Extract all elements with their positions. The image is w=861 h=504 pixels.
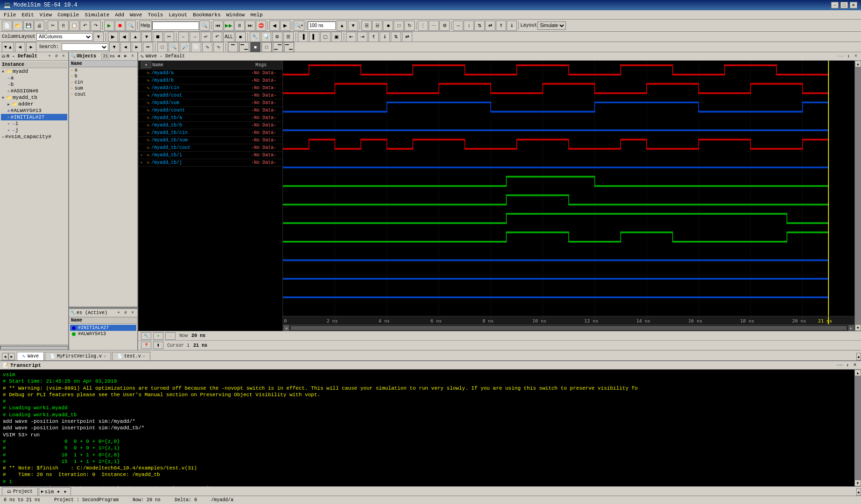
vscroll-up[interactable]: ▲ (855, 61, 861, 67)
sim-tab-right[interactable]: ► (62, 489, 69, 495)
search-prev[interactable]: ◄ (120, 42, 131, 52)
search-dropdown-btn[interactable]: ▼ (109, 42, 120, 52)
instance-settings-icon[interactable]: # (53, 53, 60, 60)
wave-expand-icon[interactable]: ⬆ (845, 53, 852, 60)
col-btn-10[interactable]: ↶ (212, 32, 222, 42)
col-layout-select[interactable]: AllColumns (36, 33, 92, 41)
wave-shape-1[interactable]: ▔ (228, 42, 238, 52)
obj-item-cin[interactable]: ➤ cin (69, 79, 137, 85)
tree-item-vsim[interactable]: # #vsim_capacity# (1, 133, 67, 140)
layout-btn[interactable]: ⋮ (418, 21, 428, 31)
wave-cursor-btn1[interactable]: 📍 (141, 342, 151, 349)
col-btn-24[interactable]: ⇓ (380, 32, 390, 42)
wave-vscrollbar[interactable]: ▲ ▼ (854, 61, 861, 331)
new-button[interactable]: 📄 (2, 21, 12, 31)
sig-row-tb-b[interactable]: ∿ /myadd_tb/b -No Data- (138, 122, 282, 129)
close-button[interactable]: ✕ (850, 2, 857, 8)
panel-collapse-btn[interactable]: ▲ (856, 353, 861, 360)
paste-button[interactable]: 📋 (69, 21, 79, 31)
col-btn-20[interactable]: ▣ (332, 32, 342, 42)
col-btn-13[interactable]: 🔧 (250, 32, 260, 42)
instance-close-icon[interactable]: × (60, 53, 67, 60)
zoom-in[interactable]: 🔍 (169, 42, 179, 52)
tab-nav-right[interactable]: ► (8, 353, 15, 360)
col-btn-21[interactable]: ⇤ (346, 32, 356, 42)
file1-close-btn[interactable]: × (104, 354, 106, 358)
wave-tb-5[interactable]: ⇑ (496, 21, 506, 31)
zoom-full[interactable]: ⬜ (191, 42, 201, 52)
col-layout-dropdown[interactable]: ▼ (93, 32, 104, 42)
wave-tb-1[interactable]: ↔ (453, 21, 463, 31)
grid-btn[interactable]: ⋯ (429, 21, 439, 31)
col-btn-11[interactable]: ALL (223, 32, 234, 42)
menu-edit[interactable]: Edit (19, 11, 36, 19)
wave-bottom-btn1[interactable]: 🔧 (141, 332, 151, 340)
search-options[interactable]: •• (143, 42, 153, 52)
col-btn-18[interactable]: ▌ (309, 32, 319, 42)
tree-item-assign6[interactable]: # #ASSIGN#6 (1, 88, 67, 94)
sig-row-tb-i[interactable]: + ∿ /myadd_tb/i -No Data- (138, 152, 282, 159)
tree-item-b[interactable]: → b (1, 81, 67, 88)
menu-compile[interactable]: Compile (55, 11, 82, 19)
menu-wave[interactable]: Wave (127, 11, 145, 19)
col-btn-9[interactable]: ↵ (201, 32, 211, 42)
stop-button[interactable]: ⏹ (115, 21, 125, 31)
sig-row-myadd-cout[interactable]: ∿ /myadd/cout -No Data- (138, 92, 282, 99)
col-btn-3[interactable]: ▲ (130, 32, 141, 42)
tb-btn-d[interactable]: □ (394, 21, 404, 31)
menu-view[interactable]: View (37, 11, 55, 19)
sim-break[interactable]: ⛔ (256, 21, 266, 31)
minimize-button[interactable]: − (831, 2, 839, 8)
menu-add[interactable]: Add (112, 11, 127, 19)
col-btn-6[interactable]: ✂ (164, 32, 174, 42)
tb-btn-b[interactable]: ☱ (372, 21, 382, 31)
wave-hscrollbar[interactable]: ◄ ► (283, 324, 854, 331)
tb3-btn3[interactable]: ► (26, 42, 36, 52)
redo-button[interactable]: ↷ (91, 21, 101, 31)
scroll-right-btn[interactable]: ► (848, 325, 854, 331)
wave-shape-4[interactable]: □ (261, 42, 272, 52)
tree-item-always13[interactable]: # #ALWAYS#13 (1, 107, 67, 114)
wave-tb-4[interactable]: ⇄ (485, 21, 495, 31)
menu-simulate[interactable]: Simulate (82, 11, 112, 19)
col-btn-1[interactable]: ▶ (108, 32, 118, 42)
expand-tb-j[interactable]: + (138, 161, 145, 165)
tb3-btn1[interactable]: ▼▲ (2, 42, 14, 52)
tab-nav-left[interactable]: ◄ (2, 353, 8, 360)
menu-window[interactable]: Window (224, 11, 248, 19)
menu-layout[interactable]: Layout (166, 11, 190, 19)
sim-run[interactable]: ▶▶ (224, 21, 234, 31)
sig-row-myadd-a[interactable]: ∿ /myadd/a -No Data- (138, 70, 282, 77)
file2-close-btn[interactable]: × (143, 354, 145, 358)
col-btn-17[interactable]: ▐ (298, 32, 308, 42)
col-btn-2[interactable]: ◀ (119, 32, 129, 42)
tb-btn-a[interactable]: ☰ (361, 21, 372, 31)
tab-file1[interactable]: 📄 MyFirstVerilog.v × (45, 352, 111, 360)
sim-step[interactable]: ⏭ (245, 21, 255, 31)
sim-restart[interactable]: ⏮ (213, 21, 223, 31)
sig-row-tb-j[interactable]: + ∿ /myadd_tb/j -No Data- (138, 159, 282, 167)
open-button[interactable]: 📂 (13, 21, 23, 31)
obj-bottom-always13[interactable]: #ALWAYS#13 (70, 331, 136, 337)
tree-item-adder[interactable]: ▶ 📁 adder (1, 101, 67, 107)
wave-bottom-btn2[interactable]: + (153, 332, 163, 340)
time-up[interactable]: ▲ (337, 21, 347, 31)
zoom-in-btn[interactable]: 🔍+ (294, 21, 305, 31)
bottom-collapse-btn[interactable]: ▲ (856, 488, 861, 496)
obj-item-b[interactable]: ➤ b (69, 73, 137, 79)
col-btn-25[interactable]: ⇅ (391, 32, 401, 42)
wave-tb-2[interactable]: ↕ (464, 21, 474, 31)
sim-tab-left[interactable]: ◄ (55, 489, 61, 495)
tab-wave[interactable]: ∿ Wave (17, 352, 44, 360)
sig-row-tb-cout[interactable]: ∿ /myadd_tb/cout -No Data- (138, 144, 282, 152)
wave-shape-6[interactable]: ▔▁ (284, 42, 294, 52)
zoom-out[interactable]: 🔎 (180, 42, 190, 52)
run-button[interactable]: ▶ (104, 21, 114, 31)
zoom-wave2[interactable]: ∿ (213, 42, 224, 52)
obj-bottom-initial27[interactable]: #INITIAL#27 (70, 325, 136, 331)
scroll-left-btn[interactable]: ◄ (283, 325, 289, 331)
tree-item-a[interactable]: → a (1, 75, 67, 81)
col-btn-26[interactable]: ⇄ (402, 32, 412, 42)
time-input[interactable] (308, 21, 336, 30)
sig-row-tb-a[interactable]: ∿ /myadd_tb/a -No Data- (138, 114, 282, 122)
